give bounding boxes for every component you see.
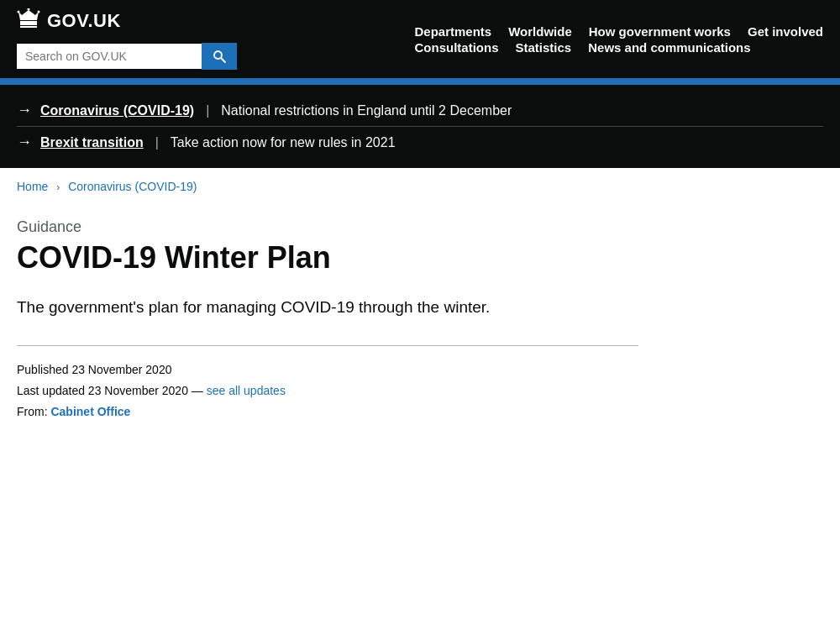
site-header: GOV.UK Departments Worldwide How governm…	[0, 0, 840, 78]
nav-worldwide[interactable]: Worldwide	[508, 24, 572, 39]
alert-arrow-icon: →	[17, 102, 32, 119]
guidance-label: Guidance	[17, 218, 638, 236]
published-date: Published 23 November 2020	[17, 359, 638, 380]
nav-how-government-works[interactable]: How government works	[589, 24, 731, 39]
alert-brexit-link[interactable]: Brexit transition	[40, 135, 144, 150]
svg-line-6	[221, 58, 225, 62]
nav-statistics[interactable]: Statistics	[516, 40, 572, 55]
svg-point-5	[214, 51, 222, 59]
search-button[interactable]	[202, 43, 237, 70]
crown-icon	[17, 8, 40, 33]
svg-point-3	[18, 11, 20, 13]
alert-covid: → Coronavirus (COVID-19) | National rest…	[17, 95, 823, 126]
breadcrumb-covid[interactable]: Coronavirus (COVID-19)	[68, 180, 197, 193]
breadcrumb: Home › Coronavirus (COVID-19)	[0, 168, 840, 202]
svg-rect-1	[20, 26, 37, 28]
main-nav: Departments Worldwide How government wor…	[415, 24, 824, 55]
breadcrumb-home[interactable]: Home	[17, 180, 48, 193]
blue-stripe	[0, 78, 840, 85]
search-input[interactable]	[17, 44, 202, 69]
nav-row-2: Consultations Statistics News and commun…	[415, 40, 751, 55]
svg-point-4	[38, 11, 40, 13]
alert-arrow-icon-2: →	[17, 134, 32, 151]
meta-divider	[17, 345, 638, 346]
search-area	[17, 43, 237, 70]
last-updated-text: Last updated 23 November 2020 —	[17, 384, 207, 397]
from-line: From: Cabinet Office	[17, 401, 638, 422]
alert-covid-link[interactable]: Coronavirus (COVID-19)	[40, 103, 194, 118]
alert-brexit: → Brexit transition | Take action now fo…	[17, 126, 823, 158]
logo-area: GOV.UK	[17, 8, 237, 33]
from-prefix: From:	[17, 405, 50, 418]
page-title: COVID-19 Winter Plan	[17, 239, 638, 276]
from-org-link[interactable]: Cabinet Office	[50, 405, 130, 418]
search-icon	[212, 49, 227, 64]
alert-covid-text: National restrictions in England until 2…	[221, 103, 512, 118]
nav-consultations[interactable]: Consultations	[415, 40, 499, 55]
alert-separator-1: |	[206, 103, 209, 118]
last-updated-line: Last updated 23 November 2020 — see all …	[17, 380, 638, 401]
alert-banner: → Coronavirus (COVID-19) | National rest…	[0, 85, 840, 168]
see-all-updates-link[interactable]: see all updates	[207, 384, 286, 397]
meta-info: Published 23 November 2020 Last updated …	[17, 359, 638, 423]
alert-brexit-text: Take action now for new rules in 2021	[171, 135, 396, 150]
nav-get-involved[interactable]: Get involved	[748, 24, 823, 39]
site-logo-text: GOV.UK	[47, 10, 121, 32]
alert-separator-2: |	[155, 135, 159, 150]
svg-point-2	[28, 8, 30, 11]
nav-row-1: Departments Worldwide How government wor…	[415, 24, 824, 39]
main-content: Guidance COVID-19 Winter Plan The govern…	[0, 202, 655, 448]
page-description: The government's plan for managing COVID…	[17, 296, 638, 320]
nav-news-communications[interactable]: News and communications	[588, 40, 750, 55]
svg-rect-0	[20, 21, 37, 25]
breadcrumb-separator: ›	[56, 181, 60, 193]
nav-departments[interactable]: Departments	[415, 24, 492, 39]
